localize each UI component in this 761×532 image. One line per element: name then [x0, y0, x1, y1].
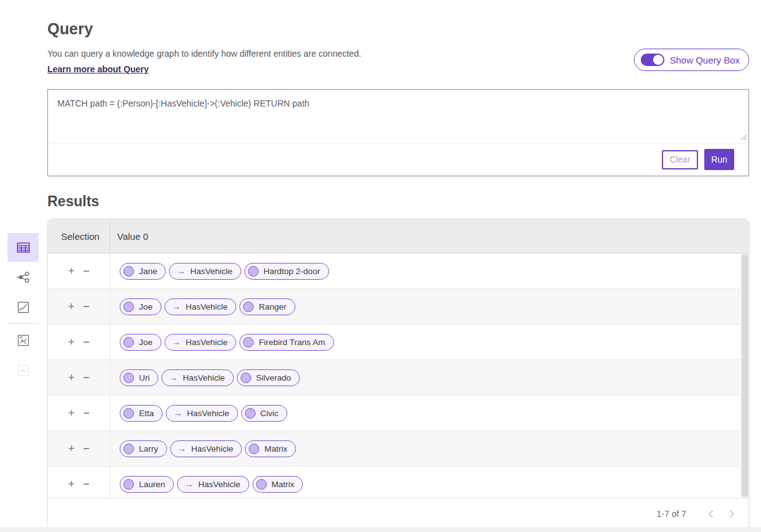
pill-label: Hardtop 2-door	[264, 267, 320, 276]
dashed-box-icon	[17, 364, 30, 377]
query-textarea-wrap: MATCH path = (:Person)-[:HasVehicle]->(:…	[48, 90, 749, 143]
add-to-selection-button[interactable]: +	[66, 407, 77, 419]
node-pill[interactable]: Larry	[120, 440, 167, 457]
node-pill[interactable]: Matrix	[252, 476, 304, 493]
path-cell: Jane→HasVehicleHardtop 2-door	[110, 263, 749, 280]
edge-arrow-icon: →	[169, 373, 178, 382]
edge-pill[interactable]: →HasVehicle	[161, 369, 234, 386]
node-circle-icon	[123, 337, 134, 348]
add-to-selection-button[interactable]: +	[66, 301, 77, 312]
node-pill[interactable]: Uri	[120, 369, 158, 386]
edge-pill[interactable]: →HasVehicle	[170, 440, 242, 457]
view-switcher-sidebar	[7, 233, 39, 386]
table-row: + − Jane→HasVehicleHardtop 2-door	[48, 254, 749, 289]
remove-from-selection-button[interactable]: −	[81, 301, 92, 312]
remove-from-selection-button[interactable]: −	[81, 443, 92, 454]
add-to-selection-button[interactable]: +	[66, 265, 77, 277]
scrollbar-thumb[interactable]	[742, 255, 748, 496]
sidebar-divider	[7, 323, 39, 324]
sidebar-item-chart-view[interactable]	[7, 293, 39, 321]
node-pill[interactable]: Silverado	[237, 369, 300, 386]
next-page-button[interactable]	[721, 503, 742, 525]
results-table-body: + − Jane→HasVehicleHardtop 2-door + − Jo…	[48, 254, 749, 498]
sidebar-item-table-view[interactable]	[7, 233, 39, 262]
add-to-selection-button[interactable]: +	[66, 443, 77, 454]
pill-label: HasVehicle	[186, 302, 228, 311]
node-pill[interactable]: Hardtop 2-door	[244, 263, 329, 280]
edge-pill[interactable]: →HasVehicle	[165, 298, 237, 315]
query-editor-panel: MATCH path = (:Person)-[:HasVehicle]->(:…	[47, 89, 749, 176]
edge-arrow-icon: →	[172, 302, 181, 311]
pill-label: Joe	[139, 302, 153, 311]
remove-from-selection-button[interactable]: −	[81, 372, 92, 383]
node-circle-icon	[241, 373, 251, 383]
pill-label: Etta	[139, 409, 154, 418]
add-to-selection-button[interactable]: +	[66, 478, 77, 490]
edge-arrow-icon: →	[184, 480, 193, 488]
selection-cell: + −	[48, 360, 110, 395]
pill-label: Civic	[261, 409, 279, 418]
pill-label: HasVehicle	[190, 267, 232, 276]
toggle-switch-icon[interactable]	[641, 54, 664, 66]
sidebar-item-expand-view	[7, 356, 39, 384]
node-circle-icon	[123, 266, 134, 277]
sidebar-item-map-view[interactable]	[7, 326, 39, 354]
previous-page-button[interactable]	[700, 503, 721, 525]
node-circle-icon	[243, 302, 254, 312]
node-pill[interactable]: Etta	[120, 405, 163, 422]
path-cell: Etta→HasVehicleCivic	[110, 405, 749, 422]
node-circle-icon	[256, 479, 267, 490]
pagination-range: 1-7 of 7	[657, 509, 686, 519]
table-row: + − Lauren→HasVehicleMatrix	[48, 467, 749, 498]
selection-cell: + −	[48, 289, 110, 324]
table-row: + − Uri→HasVehicleSilverado	[48, 360, 749, 396]
remove-from-selection-button[interactable]: −	[81, 407, 92, 419]
remove-from-selection-button[interactable]: −	[81, 478, 92, 490]
node-pill[interactable]: Matrix	[245, 440, 296, 457]
edge-pill[interactable]: →HasVehicle	[169, 263, 241, 280]
query-input[interactable]: MATCH path = (:Person)-[:HasVehicle]->(:…	[48, 90, 749, 143]
node-pill[interactable]: Lauren	[120, 476, 174, 493]
node-pill[interactable]: Joe	[120, 298, 161, 315]
pill-label: HasVehicle	[198, 480, 241, 489]
node-circle-icon	[123, 373, 134, 383]
node-circle-icon	[249, 444, 259, 454]
chevron-left-icon	[708, 510, 714, 518]
pill-label: Silverado	[256, 373, 291, 382]
node-pill[interactable]: Jane	[120, 263, 166, 280]
column-header-selection: Selection	[48, 219, 110, 253]
edge-arrow-icon: →	[173, 409, 182, 417]
pill-label: HasVehicle	[187, 409, 229, 418]
remove-from-selection-button[interactable]: −	[81, 265, 92, 277]
pill-label: Matrix	[264, 444, 287, 454]
pill-label: Lauren	[139, 480, 165, 489]
add-to-selection-button[interactable]: +	[66, 372, 77, 383]
pill-label: Matrix	[272, 480, 295, 489]
table-row: + − Joe→HasVehicleRanger	[48, 289, 749, 325]
node-pill[interactable]: Civic	[241, 405, 287, 422]
path-cell: Joe→HasVehicleFirebird Trans Am	[110, 334, 749, 351]
node-circle-icon	[123, 479, 134, 490]
edge-pill[interactable]: →HasVehicle	[177, 476, 249, 493]
query-actions-bar: Clear Run	[48, 143, 749, 176]
sidebar-item-graph-view[interactable]	[7, 263, 39, 292]
learn-more-link[interactable]: Learn more about Query	[47, 64, 149, 74]
add-to-selection-button[interactable]: +	[66, 336, 77, 348]
edge-arrow-icon: →	[176, 267, 185, 275]
node-pill[interactable]: Ranger	[239, 298, 295, 315]
remove-from-selection-button[interactable]: −	[81, 336, 92, 348]
clear-button[interactable]: Clear	[662, 150, 698, 169]
table-row: + − Etta→HasVehicleCivic	[48, 396, 749, 431]
run-button[interactable]: Run	[704, 149, 734, 170]
edge-pill[interactable]: →HasVehicle	[166, 405, 238, 422]
pill-label: Firebird Trans Am	[259, 338, 325, 347]
selection-cell: + −	[48, 254, 110, 288]
pill-label: Jane	[139, 267, 157, 276]
edge-pill[interactable]: →HasVehicle	[165, 334, 237, 351]
node-circle-icon	[243, 337, 254, 348]
node-pill[interactable]: Firebird Trans Am	[239, 334, 334, 351]
node-pill[interactable]: Joe	[120, 334, 161, 351]
show-query-box-toggle[interactable]: Show Query Box	[634, 49, 749, 71]
table-scrollbar[interactable]	[741, 254, 749, 498]
edge-arrow-icon: →	[178, 444, 186, 453]
